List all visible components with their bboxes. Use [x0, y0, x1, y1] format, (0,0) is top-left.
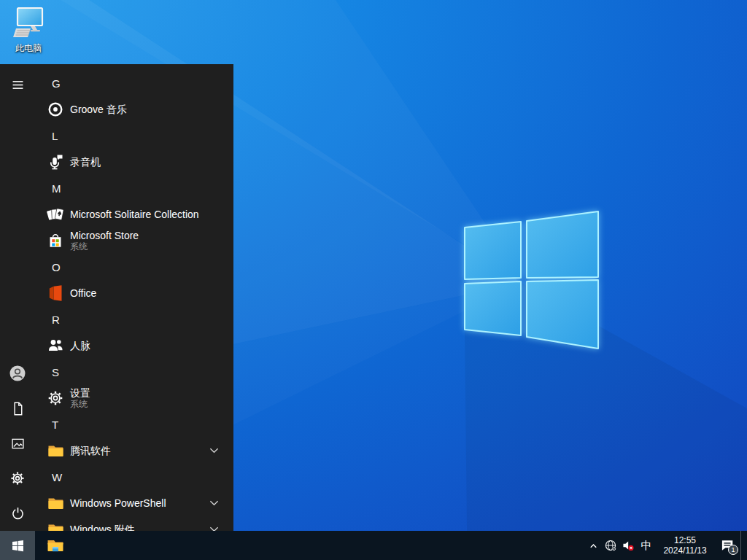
start-menu-app[interactable]: Windows PowerShell [35, 490, 233, 516]
app-text: Windows PowerShell [70, 497, 166, 509]
start-menu-app[interactable]: 腾讯软件 [35, 438, 233, 464]
taskbar: 中 12:55 2024/11/13 1 [0, 531, 747, 560]
start-menu-app[interactable]: 设置系统 [35, 385, 233, 411]
hamburger-icon [12, 79, 24, 91]
tray-overflow-button[interactable] [584, 531, 602, 560]
start-menu-section-header[interactable]: M [35, 175, 233, 201]
section-letter: T [35, 419, 58, 431]
start-button[interactable] [0, 531, 35, 560]
tray-time: 12:55 [674, 535, 696, 546]
app-label: Groove 音乐 [70, 104, 127, 115]
start-menu-section-header[interactable]: G [35, 70, 233, 96]
file-explorer-button[interactable] [38, 531, 73, 560]
section-letter: O [35, 261, 61, 273]
folder-icon [47, 521, 64, 531]
app-text: Windows 附件 [70, 524, 135, 531]
app-text: Microsoft Solitaire Collection [70, 209, 199, 220]
folder-icon [47, 442, 64, 459]
start-menu-section-header[interactable]: L [35, 122, 233, 149]
volume-button[interactable] [619, 531, 637, 560]
section-letter: W [35, 471, 62, 483]
windows-flag-icon [12, 540, 24, 552]
hamburger-menu-button[interactable] [0, 67, 35, 102]
settings-icon [47, 389, 64, 407]
voice-recorder-icon [47, 153, 64, 171]
start-menu-app[interactable]: Office [35, 280, 233, 306]
app-text: 设置系统 [70, 387, 90, 409]
app-label: Office [70, 287, 96, 299]
chevron-down-icon[interactable] [209, 526, 219, 531]
start-menu-section-header[interactable]: T [35, 411, 233, 438]
chevron-up-icon [588, 540, 599, 551]
solitaire-icon [47, 206, 64, 223]
ime-label: 中 [641, 539, 652, 553]
desktop: 此电脑 [0, 0, 747, 560]
start-menu-app[interactable]: 录音机 [35, 149, 233, 175]
app-label: 腾讯软件 [70, 445, 111, 456]
start-menu-section-header[interactable]: W [35, 464, 233, 490]
start-menu-section-header[interactable]: O [35, 254, 233, 280]
globe-no-internet-icon [604, 539, 617, 552]
section-letter: M [35, 182, 61, 195]
system-tray: 中 12:55 2024/11/13 1 [584, 531, 747, 560]
taskbar-clock[interactable]: 12:55 2024/11/13 [656, 531, 714, 560]
power-button[interactable] [0, 496, 35, 531]
settings-button[interactable] [0, 461, 35, 496]
app-label: Microsoft Store [70, 230, 139, 241]
tray-date: 2024/11/13 [663, 545, 706, 556]
section-letter: L [35, 130, 58, 142]
show-desktop-button[interactable] [740, 531, 747, 560]
app-label: Microsoft Solitaire Collection [70, 209, 199, 220]
app-label: Windows PowerShell [70, 497, 166, 509]
chevron-down-icon[interactable] [209, 447, 219, 454]
folder-icon [47, 494, 64, 512]
start-menu-app[interactable]: Microsoft Solitaire Collection [35, 201, 233, 228]
network-status-button[interactable] [602, 531, 619, 560]
file-explorer-icon [46, 536, 65, 555]
store-icon [47, 232, 64, 249]
app-label: 录音机 [70, 156, 101, 168]
start-menu-app[interactable]: 人脉 [35, 332, 233, 359]
section-letter: R [35, 314, 60, 326]
app-text: 人脉 [70, 340, 90, 351]
start-menu-app-list: GGroove 音乐L录音机MMicrosoft Solitaire Colle… [35, 64, 233, 531]
ime-indicator[interactable]: 中 [637, 531, 656, 560]
section-letter: G [35, 77, 61, 90]
action-center-button[interactable]: 1 [714, 531, 740, 560]
user-avatar-icon [9, 365, 26, 382]
desktop-icon-this-pc[interactable]: 此电脑 [6, 6, 51, 55]
app-label: 人脉 [70, 340, 90, 351]
start-menu: GGroove 音乐L录音机MMicrosoft Solitaire Colle… [0, 64, 233, 531]
app-label: 设置 [70, 387, 90, 399]
start-menu-app[interactable]: Microsoft Store系统 [35, 228, 233, 254]
desktop-icon-label: 此电脑 [15, 42, 42, 55]
start-menu-app[interactable]: Groove 音乐 [35, 96, 233, 122]
start-menu-section-header[interactable]: R [35, 306, 233, 332]
office-icon [47, 284, 64, 302]
this-pc-icon [11, 6, 46, 41]
people-icon [47, 337, 64, 354]
app-subtitle: 系统 [70, 399, 90, 409]
pictures-icon [10, 436, 26, 451]
start-menu-rail [0, 64, 35, 531]
notification-badge: 1 [728, 545, 738, 555]
app-text: 录音机 [70, 156, 101, 168]
app-text: Groove 音乐 [70, 104, 127, 115]
app-text: 腾讯软件 [70, 445, 111, 456]
app-text: Office [70, 287, 96, 299]
chevron-down-icon[interactable] [209, 499, 219, 507]
app-subtitle: 系统 [70, 241, 139, 252]
document-icon [10, 401, 26, 416]
start-menu-section-header[interactable]: S [35, 359, 233, 385]
volume-muted-icon [622, 539, 635, 552]
pictures-button[interactable] [0, 426, 35, 461]
user-account-button[interactable] [0, 356, 35, 391]
app-text: Microsoft Store系统 [70, 230, 139, 252]
start-menu-app[interactable]: Windows 附件 [35, 516, 233, 531]
app-label: Windows 附件 [70, 524, 135, 531]
gear-icon [9, 470, 26, 486]
documents-button[interactable] [0, 391, 35, 426]
groove-icon [47, 101, 64, 118]
section-letter: S [35, 366, 59, 378]
power-icon [10, 506, 26, 521]
